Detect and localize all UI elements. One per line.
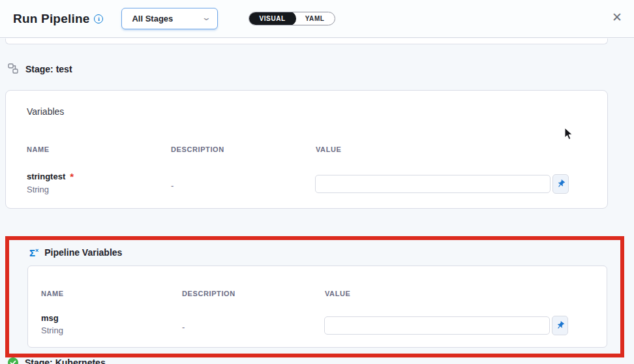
stage-selector-dropdown[interactable]: All Stages ⌄ [121, 8, 218, 29]
stage-test-heading: Stage: test [8, 63, 72, 74]
variable-value-input[interactable] [324, 316, 550, 335]
chevron-down-icon: ⌄ [201, 13, 211, 22]
info-icon[interactable]: i [94, 14, 103, 23]
variable-type: String [41, 326, 63, 335]
column-header-value: VALUE [325, 290, 350, 297]
column-header-name: NAME [41, 290, 64, 297]
success-check-icon [8, 357, 18, 364]
tab-visual[interactable]: VISUAL [249, 12, 295, 25]
variables-card-title: Variables [27, 106, 64, 117]
required-marker: * [70, 171, 74, 182]
column-header-description: DESCRIPTION [171, 145, 224, 153]
sigma-variables-icon: Σ× [29, 248, 38, 258]
stage-variables-card: Variables NAME DESCRIPTION VALUE stringt… [5, 90, 608, 209]
tab-yaml[interactable]: YAML [295, 12, 335, 25]
pin-icon[interactable] [552, 174, 569, 194]
pipeline-variables-title: Pipeline Variables [44, 247, 122, 258]
variable-name: stringtest [27, 172, 65, 181]
variable-name: msg [41, 313, 63, 323]
pipeline-variables-card: NAME DESCRIPTION VALUE msg String - [27, 265, 607, 348]
variable-description: - [171, 181, 174, 190]
stage-kubernetes-heading: Stage: Kubernetes [8, 357, 106, 364]
stage-selector-value: All Stages [132, 14, 202, 23]
scrolled-card-remnant [5, 38, 608, 44]
pipeline-variables-highlight: Σ× Pipeline Variables NAME DESCRIPTION V… [5, 236, 624, 357]
column-header-name: NAME [27, 145, 50, 153]
dialog-header: Run Pipeline i All Stages ⌄ VISUAL YAML … [0, 0, 634, 38]
column-header-value: VALUE [316, 145, 341, 153]
run-pipeline-dialog: Run Pipeline i All Stages ⌄ VISUAL YAML … [0, 0, 634, 364]
column-header-description: DESCRIPTION [182, 290, 235, 297]
pipeline-variables-heading: Σ× Pipeline Variables [29, 247, 122, 258]
stage-test-label: Stage: test [25, 64, 72, 74]
visual-yaml-toggle: VISUAL YAML [249, 12, 335, 25]
table-row: msg String [41, 313, 63, 335]
stage-kubernetes-label: Stage: Kubernetes [25, 357, 106, 364]
close-icon[interactable]: ✕ [609, 10, 625, 26]
variable-type: String [27, 185, 74, 194]
page-title: Run Pipeline [13, 12, 89, 26]
variable-description: - [182, 322, 185, 332]
table-row: stringtest* String [27, 170, 74, 194]
variable-value-input[interactable] [315, 175, 551, 193]
pin-icon[interactable] [552, 316, 568, 335]
stage-icon [8, 63, 19, 74]
